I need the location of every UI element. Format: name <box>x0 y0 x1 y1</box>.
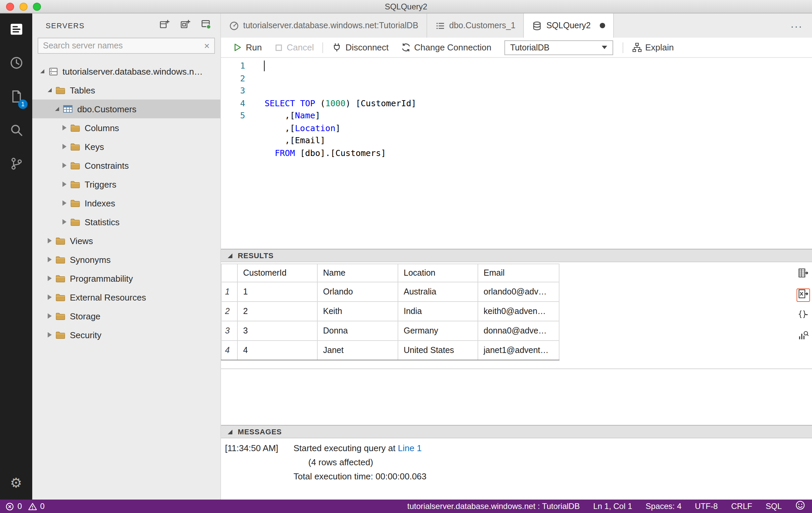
clear-search-icon[interactable]: × <box>204 41 209 50</box>
row-number-header[interactable] <box>221 264 237 282</box>
tab-tutorialserver-database-windows-net-tutorialdb[interactable]: tutorialserver.database.windows.net:Tuto… <box>221 14 427 38</box>
language-mode[interactable]: SQL <box>766 502 782 511</box>
export-csv-button[interactable] <box>796 268 810 281</box>
result-cell[interactable]: Janet <box>317 341 398 360</box>
column-header-location[interactable]: Location <box>398 264 478 282</box>
result-cell[interactable]: keith0@adven… <box>478 301 559 321</box>
column-header-name[interactable]: Name <box>317 264 398 282</box>
chevron-collapsed-icon[interactable] <box>45 313 54 319</box>
database-dropdown-value: TutorialDB <box>510 43 549 52</box>
result-cell[interactable]: 3 <box>237 321 317 341</box>
result-cell[interactable]: Australia <box>398 282 478 301</box>
column-header-email[interactable]: Email <box>478 264 559 282</box>
result-cell[interactable]: Keith <box>317 301 398 321</box>
chevron-collapsed-icon[interactable] <box>60 144 69 149</box>
database-dropdown[interactable]: TutorialDB <box>504 40 613 55</box>
export-excel-button[interactable] <box>796 289 810 302</box>
disconnect-button[interactable]: Disconnect <box>326 38 395 57</box>
sql-editor[interactable]: 12345 SELECT TOP (1000) [CustomerId] ,[N… <box>221 58 812 249</box>
folder-icon <box>54 235 66 246</box>
row-number-cell[interactable]: 2 <box>221 301 237 321</box>
server-search-input[interactable] <box>43 41 204 50</box>
more-actions-icon[interactable]: ··· <box>781 20 812 31</box>
tree-item-security[interactable]: Security <box>32 325 220 344</box>
result-cell[interactable]: 1 <box>237 282 317 301</box>
tree-item-views[interactable]: Views <box>32 231 220 250</box>
message-link[interactable]: Line 1 <box>398 443 422 453</box>
activity-source-control-button[interactable] <box>0 148 32 182</box>
tree-item-external-resources[interactable]: External Resources <box>32 288 220 306</box>
warnings-status[interactable]: 0 <box>28 502 44 511</box>
new-connection-button[interactable] <box>158 20 171 32</box>
maximize-button[interactable] <box>33 2 41 10</box>
eol[interactable]: CRLF <box>731 502 752 511</box>
chevron-collapsed-icon[interactable] <box>45 238 54 243</box>
column-header-customerid[interactable]: CustomerId <box>237 264 317 282</box>
activity-search-button[interactable] <box>0 114 32 148</box>
tree-item-tutorialserver-database-windows-n[interactable]: tutorialserver.database.windows.n… <box>32 62 220 81</box>
encoding[interactable]: UTF-8 <box>695 502 718 511</box>
explain-button[interactable]: Explain <box>626 38 680 57</box>
tree-item-programmability[interactable]: Programmability <box>32 269 220 288</box>
chevron-collapsed-icon[interactable] <box>60 182 69 187</box>
chevron-collapsed-icon[interactable] <box>45 257 54 262</box>
result-cell[interactable]: janet1@advent… <box>478 341 559 360</box>
result-cell[interactable]: orlando0@adv… <box>478 282 559 301</box>
tree-item-indexes[interactable]: Indexes <box>32 194 220 213</box>
result-cell[interactable]: Orlando <box>317 282 398 301</box>
close-button[interactable] <box>6 2 14 10</box>
tree-item-statistics[interactable]: Statistics <box>32 213 220 231</box>
result-cell[interactable]: 4 <box>237 341 317 360</box>
tree-item-label: Views <box>70 236 93 246</box>
tab-dbo-customers-1[interactable]: dbo.Customers_1 <box>427 14 524 38</box>
cursor-position[interactable]: Ln 1, Col 1 <box>593 502 632 511</box>
folder-icon <box>54 292 66 302</box>
chevron-expanded-icon[interactable] <box>38 69 47 73</box>
cancel-button[interactable]: Cancel <box>268 38 320 57</box>
chevron-collapsed-icon[interactable] <box>45 276 54 281</box>
tab-sqlquery2[interactable]: SQLQuery2 <box>524 14 614 38</box>
result-cell[interactable]: 2 <box>237 301 317 321</box>
results-panel-header[interactable]: RESULTS <box>221 249 812 262</box>
result-cell[interactable]: Germany <box>398 321 478 341</box>
result-cell[interactable]: United States <box>398 341 478 360</box>
indentation[interactable]: Spaces: 4 <box>646 502 682 511</box>
tree-item-storage[interactable]: Storage <box>32 306 220 325</box>
change-connection-button[interactable]: Change Connection <box>395 38 497 57</box>
tree-item-synonyms[interactable]: Synonyms <box>32 250 220 269</box>
chevron-collapsed-icon[interactable] <box>45 295 54 300</box>
minimize-button[interactable] <box>20 2 28 10</box>
connection-status[interactable]: tutorialserver.database.windows.net : Tu… <box>407 502 580 511</box>
activity-servers-button[interactable] <box>0 14 32 47</box>
result-cell[interactable]: India <box>398 301 478 321</box>
result-cell[interactable]: donna0@adve… <box>478 321 559 341</box>
chevron-expanded-icon[interactable] <box>45 88 54 92</box>
tree-item-tables[interactable]: Tables <box>32 81 220 100</box>
tree-item-dbo-customers[interactable]: dbo.Customers <box>32 100 220 118</box>
chevron-collapsed-icon[interactable] <box>60 200 69 206</box>
chevron-collapsed-icon[interactable] <box>45 332 54 338</box>
row-number-cell[interactable]: 1 <box>221 282 237 301</box>
chevron-collapsed-icon[interactable] <box>60 125 69 130</box>
tree-item-columns[interactable]: Columns <box>32 118 220 137</box>
new-server-group-button[interactable] <box>179 20 192 32</box>
result-cell[interactable]: Donna <box>317 321 398 341</box>
tree-item-constraints[interactable]: Constraints <box>32 156 220 175</box>
run-button[interactable]: Run <box>226 38 268 57</box>
feedback-smiley-button[interactable] <box>795 500 805 512</box>
export-json-button[interactable] <box>796 309 810 323</box>
activity-query-editor-button[interactable]: 1 <box>0 81 32 114</box>
chevron-collapsed-icon[interactable] <box>60 219 69 224</box>
errors-status[interactable]: 0 <box>5 502 22 511</box>
row-number-cell[interactable]: 4 <box>221 341 237 360</box>
tree-item-keys[interactable]: Keys <box>32 137 220 156</box>
chevron-expanded-icon[interactable] <box>52 107 62 111</box>
view-chart-button[interactable] <box>796 330 810 344</box>
chevron-collapsed-icon[interactable] <box>60 163 69 168</box>
row-number-cell[interactable]: 3 <box>221 321 237 341</box>
activity-task-history-button[interactable] <box>0 47 32 81</box>
messages-panel-header[interactable]: MESSAGES <box>221 425 812 438</box>
activity-settings-button[interactable]: ⚙ <box>0 466 32 500</box>
tree-item-triggers[interactable]: Triggers <box>32 175 220 194</box>
active-connections-button[interactable] <box>200 20 212 32</box>
